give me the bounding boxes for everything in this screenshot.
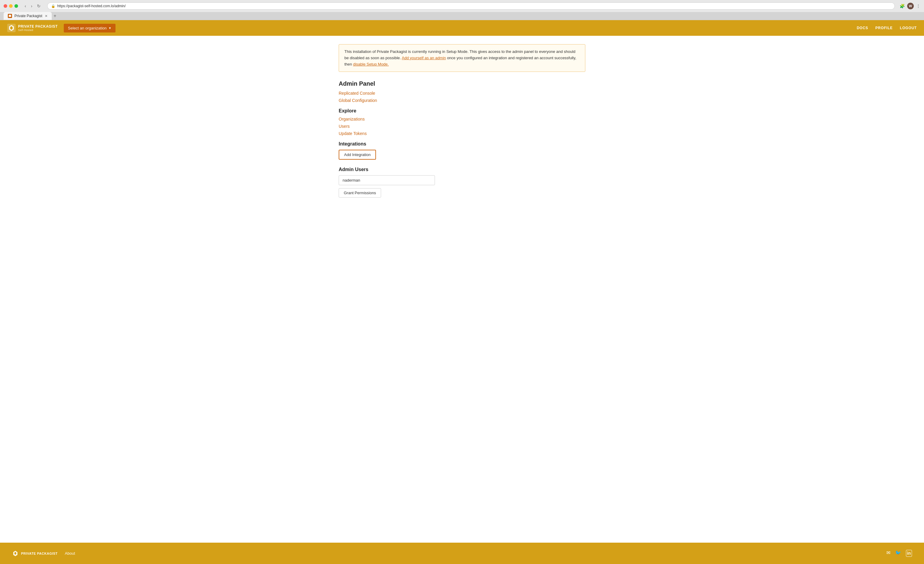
integrations-title: Integrations bbox=[339, 141, 585, 147]
browser-nav: ‹ › ↻ bbox=[23, 3, 42, 9]
nav-right: DOCS PROFILE LOGOUT bbox=[856, 26, 917, 30]
browser-controls bbox=[4, 4, 18, 8]
profile-link[interactable]: PROFILE bbox=[875, 26, 893, 30]
browser-tab-bar: Private Packagist ✕ + bbox=[0, 12, 924, 20]
admin-panel-title: Admin Panel bbox=[339, 80, 585, 87]
brand-text: PRIVATE PACKAGIST Self-Hosted bbox=[18, 24, 58, 31]
linkedin-icon[interactable]: in bbox=[906, 550, 912, 557]
email-icon[interactable]: ✉ bbox=[886, 550, 890, 557]
explore-section: Explore Organizations Users Update Token… bbox=[339, 108, 585, 136]
username-input[interactable] bbox=[339, 175, 435, 185]
profile-avatar[interactable]: W bbox=[907, 3, 914, 9]
caret-down-icon: ▼ bbox=[109, 27, 112, 30]
footer-about-link[interactable]: About bbox=[65, 551, 75, 556]
maximize-dot[interactable] bbox=[14, 4, 18, 8]
menu-button[interactable]: ⋮ bbox=[916, 4, 920, 8]
grant-permissions-button[interactable]: Grant Permissions bbox=[339, 188, 381, 197]
footer-brand-icon bbox=[12, 550, 19, 557]
address-bar[interactable]: 🔒 https://packagist-self-hosted.com.lo/a… bbox=[47, 2, 895, 10]
explore-title: Explore bbox=[339, 108, 585, 114]
forward-button[interactable]: › bbox=[29, 3, 34, 9]
brand-name: PRIVATE PACKAGIST bbox=[18, 24, 58, 28]
disable-setup-link[interactable]: disable Setup Mode. bbox=[353, 62, 389, 66]
logout-link[interactable]: LOGOUT bbox=[900, 26, 917, 30]
docs-link[interactable]: DOCS bbox=[856, 26, 868, 30]
twitter-icon[interactable]: 🐦 bbox=[895, 550, 901, 557]
admin-users-input-wrapper bbox=[339, 175, 585, 185]
users-link[interactable]: Users bbox=[339, 124, 585, 129]
replicated-console-link[interactable]: Replicated Console bbox=[339, 91, 585, 96]
brand-logo[interactable]: PRIVATE PACKAGIST Self-Hosted bbox=[7, 24, 58, 32]
browser-tab[interactable]: Private Packagist ✕ bbox=[4, 12, 52, 20]
reload-button[interactable]: ↻ bbox=[35, 3, 42, 9]
integrations-section: Integrations Add Integration bbox=[339, 141, 585, 160]
new-tab-button[interactable]: + bbox=[54, 13, 56, 19]
content-spacer bbox=[0, 374, 924, 543]
extensions-button[interactable]: 🧩 bbox=[900, 4, 905, 8]
svg-rect-0 bbox=[9, 15, 11, 17]
brand-icon bbox=[7, 24, 16, 32]
admin-users-section: Admin Users Grant Permissions bbox=[339, 167, 585, 197]
lock-icon: 🔒 bbox=[51, 4, 56, 8]
select-org-label: Select an organization bbox=[68, 26, 107, 30]
tab-favicon bbox=[8, 14, 12, 18]
setup-mode-alert: This installation of Private Packagist i… bbox=[339, 44, 585, 72]
back-button[interactable]: ‹ bbox=[23, 3, 28, 9]
footer-brand: PRIVATE PACKAGIST bbox=[12, 550, 58, 557]
footer: PRIVATE PACKAGIST About ✉ 🐦 in bbox=[0, 543, 924, 564]
admin-users-title: Admin Users bbox=[339, 167, 585, 172]
page-wrapper: PRIVATE PACKAGIST Self-Hosted Select an … bbox=[0, 20, 924, 564]
browser-chrome: ‹ › ↻ 🔒 https://packagist-self-hosted.co… bbox=[0, 0, 924, 20]
minimize-dot[interactable] bbox=[9, 4, 13, 8]
add-admin-link[interactable]: Add yourself as an admin bbox=[402, 55, 446, 60]
top-nav: PRIVATE PACKAGIST Self-Hosted Select an … bbox=[0, 20, 924, 36]
url-text: https://packagist-self-hosted.com.lo/adm… bbox=[57, 4, 125, 8]
global-configuration-link[interactable]: Global Configuration bbox=[339, 98, 585, 103]
main-content: This installation of Private Packagist i… bbox=[327, 36, 597, 374]
browser-right-icons: 🧩 W ⋮ bbox=[900, 3, 920, 9]
organizations-link[interactable]: Organizations bbox=[339, 117, 585, 121]
browser-toolbar: ‹ › ↻ 🔒 https://packagist-self-hosted.co… bbox=[0, 0, 924, 12]
add-integration-button[interactable]: Add Integration bbox=[339, 150, 376, 160]
footer-socials: ✉ 🐦 in bbox=[886, 550, 912, 557]
tab-title: Private Packagist bbox=[14, 14, 42, 18]
select-org-button[interactable]: Select an organization ▼ bbox=[64, 24, 116, 33]
footer-brand-name: PRIVATE PACKAGIST bbox=[21, 552, 58, 555]
close-dot[interactable] bbox=[4, 4, 7, 8]
tab-close-button[interactable]: ✕ bbox=[45, 14, 48, 18]
update-tokens-link[interactable]: Update Tokens bbox=[339, 131, 585, 136]
brand-sub: Self-Hosted bbox=[18, 28, 58, 31]
